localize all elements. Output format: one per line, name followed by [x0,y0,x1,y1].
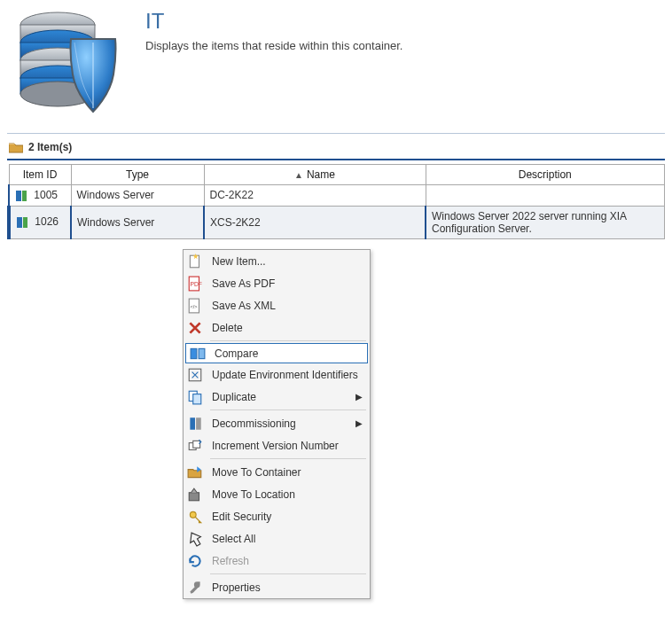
col-header-name-label: Name [307,168,335,181]
cell-id: 1005 [34,189,58,201]
container-db-shield-icon [9,5,133,119]
svg-rect-12 [23,217,27,228]
table-header-row: Item ID Type ▲ Name Description [9,165,665,185]
server-icon [16,216,28,229]
cell-type: Windows Server [71,206,204,238]
items-table: Item ID Type ▲ Name Description 1005 Win… [7,164,665,239]
col-header-name[interactable]: ▲ Name [204,165,426,185]
table-row[interactable]: 1026 Windows Server XCS-2K22 Windows Ser… [9,206,665,238]
cell-type: Windows Server [71,185,204,207]
item-count-row: 2 Item(s) [0,139,672,159]
table-top-rule [7,159,665,160]
server-icon [15,190,27,202]
cell-name: DC-2K22 [204,185,426,207]
page-title: IT [145,9,402,34]
item-count-text: 2 Item(s) [28,141,72,153]
cell-id: 1026 [35,215,59,228]
cell-description: Windows Server 2022 server running XIA C… [426,206,665,238]
divider [7,133,665,134]
svg-rect-9 [16,191,21,201]
page-header: IT Displays the items that reside within… [0,0,672,128]
col-header-description[interactable]: Description [426,165,665,185]
cell-name: XCS-2K22 [204,206,426,238]
sort-asc-icon: ▲ [294,170,303,180]
col-header-id[interactable]: Item ID [9,165,71,185]
svg-rect-11 [17,217,22,228]
cell-description [426,185,665,207]
page-subtitle: Displays the items that reside within th… [145,39,402,52]
svg-rect-10 [22,191,27,201]
col-header-type[interactable]: Type [71,165,204,185]
folder-icon [9,141,23,153]
table-row[interactable]: 1005 Windows Server DC-2K22 [9,185,665,207]
